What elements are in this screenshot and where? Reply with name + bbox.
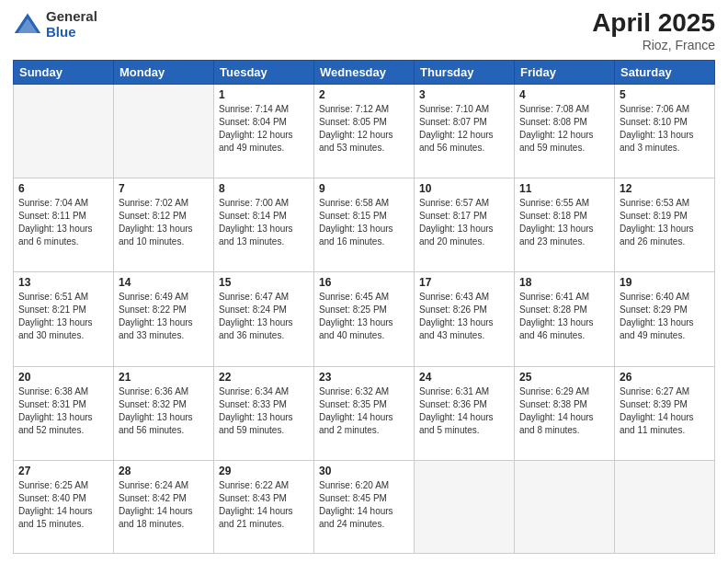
calendar-cell xyxy=(515,460,615,553)
calendar-cell: 6Sunrise: 7:04 AMSunset: 8:11 PMDaylight… xyxy=(14,178,114,272)
calendar-cell xyxy=(415,460,515,553)
calendar-cell: 25Sunrise: 6:29 AMSunset: 8:38 PMDayligh… xyxy=(515,366,615,460)
day-info: Sunrise: 6:57 AMSunset: 8:17 PMDaylight:… xyxy=(419,197,509,248)
day-info: Sunrise: 7:10 AMSunset: 8:07 PMDaylight:… xyxy=(419,103,509,155)
calendar-cell: 19Sunrise: 6:40 AMSunset: 8:29 PMDayligh… xyxy=(615,272,715,366)
day-number: 11 xyxy=(519,182,609,195)
week-row: 1Sunrise: 7:14 AMSunset: 8:04 PMDaylight… xyxy=(14,84,715,178)
day-info: Sunrise: 6:51 AMSunset: 8:21 PMDaylight:… xyxy=(18,291,108,342)
day-info: Sunrise: 6:40 AMSunset: 8:29 PMDaylight:… xyxy=(620,291,710,342)
day-number: 29 xyxy=(219,465,309,477)
weekday-header: Friday xyxy=(515,60,615,84)
calendar-cell: 23Sunrise: 6:32 AMSunset: 8:35 PMDayligh… xyxy=(314,366,415,460)
day-info: Sunrise: 6:22 AMSunset: 8:43 PMDaylight:… xyxy=(219,479,309,531)
logo-general: General xyxy=(46,8,97,24)
logo-text: General Blue xyxy=(46,9,97,40)
day-number: 16 xyxy=(319,276,409,289)
day-number: 27 xyxy=(18,465,108,477)
calendar-cell xyxy=(615,460,715,553)
title-block: April 2025 Rioz, France xyxy=(592,9,715,52)
weekday-header: Saturday xyxy=(615,60,715,84)
day-info: Sunrise: 6:32 AMSunset: 8:35 PMDaylight:… xyxy=(319,385,409,437)
day-info: Sunrise: 6:27 AMSunset: 8:39 PMDaylight:… xyxy=(620,385,710,437)
day-number: 24 xyxy=(419,371,509,384)
day-info: Sunrise: 6:55 AMSunset: 8:18 PMDaylight:… xyxy=(519,197,609,248)
week-row: 6Sunrise: 7:04 AMSunset: 8:11 PMDaylight… xyxy=(14,178,715,272)
day-number: 13 xyxy=(18,276,108,289)
calendar-cell: 10Sunrise: 6:57 AMSunset: 8:17 PMDayligh… xyxy=(415,178,515,272)
day-info: Sunrise: 6:58 AMSunset: 8:15 PMDaylight:… xyxy=(319,197,409,248)
day-info: Sunrise: 6:43 AMSunset: 8:26 PMDaylight:… xyxy=(419,291,509,342)
calendar-cell: 26Sunrise: 6:27 AMSunset: 8:39 PMDayligh… xyxy=(615,366,715,460)
calendar-cell: 29Sunrise: 6:22 AMSunset: 8:43 PMDayligh… xyxy=(214,460,314,553)
weekday-header: Sunday xyxy=(14,60,114,84)
day-number: 25 xyxy=(519,371,609,384)
day-info: Sunrise: 7:12 AMSunset: 8:05 PMDaylight:… xyxy=(319,103,409,155)
calendar-cell: 3Sunrise: 7:10 AMSunset: 8:07 PMDaylight… xyxy=(415,84,515,178)
calendar-cell: 8Sunrise: 7:00 AMSunset: 8:14 PMDaylight… xyxy=(214,178,314,272)
calendar-cell: 14Sunrise: 6:49 AMSunset: 8:22 PMDayligh… xyxy=(114,272,214,366)
day-info: Sunrise: 7:14 AMSunset: 8:04 PMDaylight:… xyxy=(219,103,309,155)
calendar-cell: 11Sunrise: 6:55 AMSunset: 8:18 PMDayligh… xyxy=(515,178,615,272)
day-info: Sunrise: 6:36 AMSunset: 8:32 PMDaylight:… xyxy=(119,385,209,437)
location: Rioz, France xyxy=(592,38,715,52)
day-number: 1 xyxy=(219,88,309,101)
month-title: April 2025 xyxy=(592,9,715,38)
day-number: 21 xyxy=(119,371,209,384)
week-row: 20Sunrise: 6:38 AMSunset: 8:31 PMDayligh… xyxy=(14,366,715,460)
day-number: 30 xyxy=(319,465,409,477)
calendar-cell: 30Sunrise: 6:20 AMSunset: 8:45 PMDayligh… xyxy=(314,460,415,553)
day-number: 3 xyxy=(419,88,509,101)
day-number: 17 xyxy=(419,276,509,289)
weekday-header-row: SundayMondayTuesdayWednesdayThursdayFrid… xyxy=(14,60,715,84)
calendar-cell: 5Sunrise: 7:06 AMSunset: 8:10 PMDaylight… xyxy=(615,84,715,178)
calendar-cell: 15Sunrise: 6:47 AMSunset: 8:24 PMDayligh… xyxy=(214,272,314,366)
day-info: Sunrise: 6:29 AMSunset: 8:38 PMDaylight:… xyxy=(519,385,609,437)
logo-blue: Blue xyxy=(46,24,76,40)
day-info: Sunrise: 6:24 AMSunset: 8:42 PMDaylight:… xyxy=(119,479,209,531)
calendar-cell: 7Sunrise: 7:02 AMSunset: 8:12 PMDaylight… xyxy=(114,178,214,272)
calendar-cell: 24Sunrise: 6:31 AMSunset: 8:36 PMDayligh… xyxy=(415,366,515,460)
day-number: 18 xyxy=(519,276,609,289)
day-info: Sunrise: 6:20 AMSunset: 8:45 PMDaylight:… xyxy=(319,479,409,531)
calendar-cell: 18Sunrise: 6:41 AMSunset: 8:28 PMDayligh… xyxy=(515,272,615,366)
weekday-header: Wednesday xyxy=(314,60,415,84)
day-number: 6 xyxy=(18,182,108,195)
day-number: 4 xyxy=(519,88,609,101)
day-info: Sunrise: 7:00 AMSunset: 8:14 PMDaylight:… xyxy=(219,197,309,248)
logo: General Blue xyxy=(13,9,97,40)
day-info: Sunrise: 7:04 AMSunset: 8:11 PMDaylight:… xyxy=(18,197,108,248)
weekday-header: Monday xyxy=(114,60,214,84)
calendar-cell: 17Sunrise: 6:43 AMSunset: 8:26 PMDayligh… xyxy=(415,272,515,366)
day-number: 19 xyxy=(620,276,710,289)
day-number: 15 xyxy=(219,276,309,289)
week-row: 13Sunrise: 6:51 AMSunset: 8:21 PMDayligh… xyxy=(14,272,715,366)
weekday-header: Thursday xyxy=(415,60,515,84)
calendar-cell: 28Sunrise: 6:24 AMSunset: 8:42 PMDayligh… xyxy=(114,460,214,553)
week-row: 27Sunrise: 6:25 AMSunset: 8:40 PMDayligh… xyxy=(14,460,715,553)
calendar-cell: 22Sunrise: 6:34 AMSunset: 8:33 PMDayligh… xyxy=(214,366,314,460)
day-number: 28 xyxy=(119,465,209,477)
day-info: Sunrise: 6:31 AMSunset: 8:36 PMDaylight:… xyxy=(419,385,509,437)
day-number: 8 xyxy=(219,182,309,195)
day-number: 10 xyxy=(419,182,509,195)
day-number: 7 xyxy=(119,182,209,195)
calendar-table: SundayMondayTuesdayWednesdayThursdayFrid… xyxy=(13,60,715,554)
day-info: Sunrise: 6:47 AMSunset: 8:24 PMDaylight:… xyxy=(219,291,309,342)
calendar-cell: 21Sunrise: 6:36 AMSunset: 8:32 PMDayligh… xyxy=(114,366,214,460)
calendar-cell: 16Sunrise: 6:45 AMSunset: 8:25 PMDayligh… xyxy=(314,272,415,366)
day-info: Sunrise: 6:38 AMSunset: 8:31 PMDaylight:… xyxy=(18,385,108,437)
day-number: 14 xyxy=(119,276,209,289)
day-number: 20 xyxy=(18,371,108,384)
header: General Blue April 2025 Rioz, France xyxy=(13,9,715,52)
day-number: 2 xyxy=(319,88,409,101)
day-info: Sunrise: 7:08 AMSunset: 8:08 PMDaylight:… xyxy=(519,103,609,155)
calendar-cell xyxy=(14,84,114,178)
day-info: Sunrise: 6:34 AMSunset: 8:33 PMDaylight:… xyxy=(219,385,309,437)
day-number: 5 xyxy=(620,88,710,101)
calendar-cell: 27Sunrise: 6:25 AMSunset: 8:40 PMDayligh… xyxy=(14,460,114,553)
day-number: 22 xyxy=(219,371,309,384)
calendar-cell: 20Sunrise: 6:38 AMSunset: 8:31 PMDayligh… xyxy=(14,366,114,460)
calendar-cell: 13Sunrise: 6:51 AMSunset: 8:21 PMDayligh… xyxy=(14,272,114,366)
day-info: Sunrise: 6:45 AMSunset: 8:25 PMDaylight:… xyxy=(319,291,409,342)
